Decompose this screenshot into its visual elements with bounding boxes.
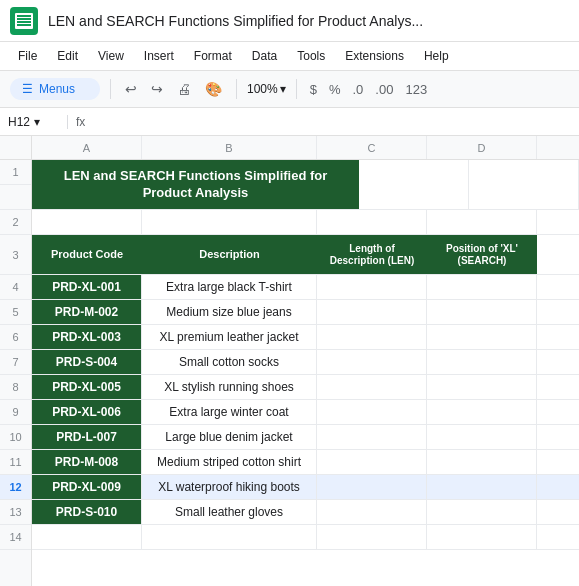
row9-code[interactable]: PRD-XL-006	[32, 400, 142, 424]
spreadsheet-title-cell[interactable]: LEN and SEARCH Functions Simplified for …	[32, 160, 359, 209]
row13-desc[interactable]: Small leather gloves	[142, 500, 317, 524]
row12-pos[interactable]	[427, 475, 537, 499]
row8-code[interactable]: PRD-XL-005	[32, 375, 142, 399]
paint-format-button[interactable]: 🎨	[201, 79, 226, 99]
row7-desc[interactable]: Small cotton socks	[142, 350, 317, 374]
row-4: PRD-XL-001 Extra large black T-shirt	[32, 275, 579, 300]
row11-code[interactable]: PRD-M-008	[32, 450, 142, 474]
row-num-1b[interactable]	[0, 185, 31, 210]
decimal-decrease-button[interactable]: .00	[372, 80, 396, 99]
col-header-a[interactable]: A	[32, 136, 142, 159]
row-num-3[interactable]: 3	[0, 235, 31, 275]
row14-a[interactable]	[32, 525, 142, 549]
row6-pos[interactable]	[427, 325, 537, 349]
row10-desc[interactable]: Large blue denim jacket	[142, 425, 317, 449]
currency-button[interactable]: $	[307, 80, 320, 99]
row6-code[interactable]: PRD-XL-003	[32, 325, 142, 349]
menu-insert[interactable]: Insert	[136, 46, 182, 66]
row4-pos[interactable]	[427, 275, 537, 299]
row-num-10[interactable]: 10	[0, 425, 31, 450]
menus-button[interactable]: ☰ Menus	[10, 78, 100, 100]
row-num-12[interactable]: 12	[0, 475, 31, 500]
row5-len[interactable]	[317, 300, 427, 324]
print-button[interactable]: 🖨	[173, 79, 195, 99]
row7-pos[interactable]	[427, 350, 537, 374]
decimal-increase-button[interactable]: .0	[350, 80, 367, 99]
row14-c[interactable]	[317, 525, 427, 549]
menu-format[interactable]: Format	[186, 46, 240, 66]
row12-len[interactable]	[317, 475, 427, 499]
row9-desc[interactable]: Extra large winter coat	[142, 400, 317, 424]
row10-pos[interactable]	[427, 425, 537, 449]
row-num-2[interactable]: 2	[0, 210, 31, 235]
row11-pos[interactable]	[427, 450, 537, 474]
col-label-length[interactable]: Length of Description (LEN)	[317, 235, 427, 274]
row12-code[interactable]: PRD-XL-009	[32, 475, 142, 499]
row-num-5[interactable]: 5	[0, 300, 31, 325]
row6-desc[interactable]: XL premium leather jacket	[142, 325, 317, 349]
row8-pos[interactable]	[427, 375, 537, 399]
row6-len[interactable]	[317, 325, 427, 349]
row8-len[interactable]	[317, 375, 427, 399]
menu-help[interactable]: Help	[416, 46, 457, 66]
zoom-control[interactable]: 100% ▾	[247, 82, 286, 96]
row-num-11[interactable]: 11	[0, 450, 31, 475]
row-num-13[interactable]: 13	[0, 500, 31, 525]
row-num-14[interactable]: 14	[0, 525, 31, 550]
cell-ref-dropdown[interactable]: ▾	[34, 115, 40, 129]
row-7: PRD-S-004 Small cotton socks	[32, 350, 579, 375]
row9-pos[interactable]	[427, 400, 537, 424]
row-num-7[interactable]: 7	[0, 350, 31, 375]
row4-desc[interactable]: Extra large black T-shirt	[142, 275, 317, 299]
row4-len[interactable]	[317, 275, 427, 299]
col-label-description[interactable]: Description	[142, 235, 317, 274]
row-num-9[interactable]: 9	[0, 400, 31, 425]
menu-view[interactable]: View	[90, 46, 132, 66]
row11-len[interactable]	[317, 450, 427, 474]
col-header-d[interactable]: D	[427, 136, 537, 159]
row14-d[interactable]	[427, 525, 537, 549]
row-num-8[interactable]: 8	[0, 375, 31, 400]
row4-code[interactable]: PRD-XL-001	[32, 275, 142, 299]
row13-pos[interactable]	[427, 500, 537, 524]
col-headers: A B C D	[32, 136, 579, 160]
col-header-b[interactable]: B	[142, 136, 317, 159]
percent-button[interactable]: %	[326, 80, 344, 99]
row5-code[interactable]: PRD-M-002	[32, 300, 142, 324]
row10-code[interactable]: PRD-L-007	[32, 425, 142, 449]
row2-d[interactable]	[427, 210, 537, 234]
formula-bar: H12 ▾ fx	[0, 108, 579, 136]
row13-code[interactable]: PRD-S-010	[32, 500, 142, 524]
row8-desc[interactable]: XL stylish running shoes	[142, 375, 317, 399]
row2-b[interactable]	[142, 210, 317, 234]
row-num-1[interactable]: 1	[0, 160, 31, 185]
row10-len[interactable]	[317, 425, 427, 449]
row9-len[interactable]	[317, 400, 427, 424]
row2-a[interactable]	[32, 210, 142, 234]
redo-button[interactable]: ↪	[147, 79, 167, 99]
row1-col-d[interactable]	[469, 160, 579, 209]
row5-pos[interactable]	[427, 300, 537, 324]
cell-reference[interactable]: H12 ▾	[8, 115, 68, 129]
undo-button[interactable]: ↩	[121, 79, 141, 99]
menu-edit[interactable]: Edit	[49, 46, 86, 66]
row7-code[interactable]: PRD-S-004	[32, 350, 142, 374]
menu-tools[interactable]: Tools	[289, 46, 333, 66]
col-label-product-code[interactable]: Product Code	[32, 235, 142, 274]
row5-desc[interactable]: Medium size blue jeans	[142, 300, 317, 324]
row7-len[interactable]	[317, 350, 427, 374]
menu-data[interactable]: Data	[244, 46, 285, 66]
row13-len[interactable]	[317, 500, 427, 524]
row11-desc[interactable]: Medium striped cotton shirt	[142, 450, 317, 474]
menu-extensions[interactable]: Extensions	[337, 46, 412, 66]
row12-desc[interactable]: XL waterproof hiking boots	[142, 475, 317, 499]
row14-b[interactable]	[142, 525, 317, 549]
col-label-position[interactable]: Position of 'XL' (SEARCH)	[427, 235, 537, 274]
number-format-button[interactable]: 123	[402, 80, 430, 99]
row-num-6[interactable]: 6	[0, 325, 31, 350]
menu-file[interactable]: File	[10, 46, 45, 66]
row2-c[interactable]	[317, 210, 427, 234]
col-header-c[interactable]: C	[317, 136, 427, 159]
row1-col-c[interactable]	[359, 160, 469, 209]
row-num-4[interactable]: 4	[0, 275, 31, 300]
